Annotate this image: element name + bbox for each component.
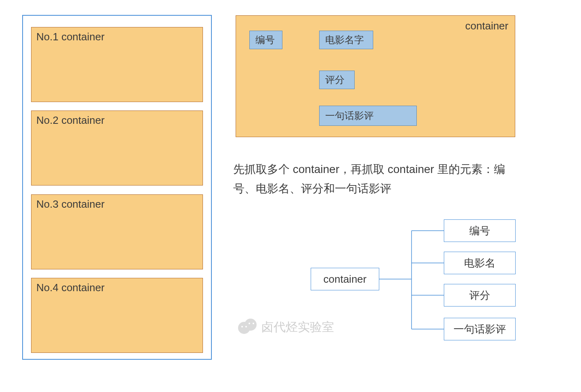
- container-detail-panel: container 编号 电影名字 评分 一句话影评: [236, 15, 515, 137]
- tree-child-rating: 评分: [444, 284, 516, 307]
- container-item-1: No.1 container: [31, 27, 203, 102]
- container-item-2: No.2 container: [31, 111, 203, 186]
- container-item-label: No.4 container: [36, 281, 104, 294]
- container-item-label: No.1 container: [36, 31, 104, 43]
- container-item-label: No.2 container: [36, 114, 104, 126]
- watermark: 卤代烃实验室: [238, 318, 334, 336]
- description-text: 先抓取多个 container，再抓取 container 里的元素：编号、电影…: [233, 160, 520, 198]
- tree-child-id: 编号: [444, 219, 516, 242]
- container-item-3: No.3 container: [31, 194, 203, 269]
- field-chip-review: 一句话影评: [319, 106, 417, 126]
- wechat-icon: [238, 318, 257, 336]
- container-item-label: No.3 container: [36, 198, 104, 210]
- field-chip-id: 编号: [249, 31, 282, 49]
- container-item-4: No.4 container: [31, 278, 203, 353]
- field-chip-name: 电影名字: [319, 31, 373, 49]
- tree-root: container: [311, 268, 379, 290]
- tree-child-name: 电影名: [444, 252, 516, 274]
- tree-child-review: 一句话影评: [444, 318, 516, 340]
- tree-diagram: container 编号 电影名 评分 一句话影评: [311, 217, 529, 346]
- watermark-text: 卤代烃实验室: [261, 319, 334, 336]
- container-detail-label: container: [465, 20, 508, 32]
- container-list-panel: No.1 container No.2 container No.3 conta…: [22, 15, 212, 360]
- field-chip-rating: 评分: [319, 71, 355, 89]
